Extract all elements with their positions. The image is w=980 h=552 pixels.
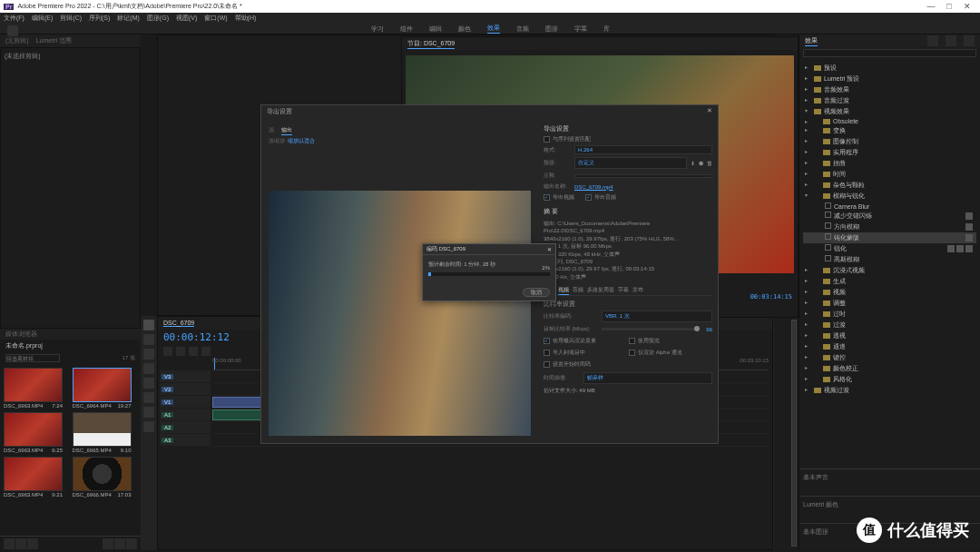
- folder-item[interactable]: 透视: [803, 330, 976, 341]
- progress-cancel-button[interactable]: 取消: [523, 288, 550, 297]
- clip-thumbnail[interactable]: [73, 412, 132, 447]
- ws-edit[interactable]: 编辑: [429, 25, 442, 34]
- menu-clip[interactable]: 剪辑(C): [60, 14, 82, 23]
- interp-select[interactable]: 帧采样: [583, 372, 712, 384]
- effects-preset-icon[interactable]: [927, 35, 938, 46]
- folder-item[interactable]: 过时: [803, 309, 976, 320]
- project-item[interactable]: DSC_6963.MP49:21: [4, 457, 63, 498]
- program-tc-right[interactable]: 00:03:14:15: [750, 293, 792, 301]
- progress-close-icon[interactable]: ✕: [547, 246, 552, 252]
- folder-item[interactable]: 音频过渡: [803, 95, 976, 106]
- effects-preset-icon3[interactable]: [964, 35, 975, 46]
- home-icon[interactable]: [7, 25, 18, 36]
- ws-learn[interactable]: 学习: [371, 25, 384, 34]
- freeform-icon[interactable]: [27, 538, 38, 549]
- cb-export-video[interactable]: [544, 194, 550, 201]
- output-name-link[interactable]: DSC_6709.mp4: [574, 184, 613, 190]
- ws-audio[interactable]: 音频: [516, 25, 529, 34]
- cb-start-tc[interactable]: [544, 361, 550, 368]
- menu-marker[interactable]: 标记(M): [117, 14, 140, 23]
- project-item[interactable]: DSC_6963.MP47:24: [4, 368, 63, 409]
- icon-view-icon[interactable]: [15, 538, 26, 549]
- cb-match-sequence[interactable]: [544, 136, 550, 143]
- project-item[interactable]: DSC_6965.MP49:10: [73, 412, 132, 453]
- menu-help[interactable]: 帮助(H): [235, 14, 257, 23]
- slip-tool[interactable]: [143, 378, 154, 389]
- folder-item[interactable]: 沉浸式视频: [803, 265, 976, 276]
- ws-graphics[interactable]: 图形: [545, 25, 558, 34]
- menu-view[interactable]: 视图(V): [176, 14, 197, 23]
- tab-source[interactable]: 源: [269, 126, 274, 135]
- clip-thumbnail[interactable]: [4, 412, 63, 447]
- clip-thumbnail[interactable]: [4, 457, 63, 491]
- tab-output[interactable]: 输出: [281, 126, 292, 135]
- timeline-timecode[interactable]: 00:00:12:12: [163, 331, 230, 343]
- folder-item[interactable]: 图像控制: [803, 136, 976, 147]
- essential-sound-panel[interactable]: 基本声音: [799, 468, 980, 496]
- timeline-tab[interactable]: DSC_6709: [163, 320, 194, 327]
- folder-item[interactable]: 风格化: [803, 374, 976, 385]
- close-button[interactable]: ✕: [958, 2, 976, 11]
- menu-sequence[interactable]: 序列(S): [89, 14, 110, 23]
- effects-preset-icon2[interactable]: [946, 35, 956, 46]
- folder-item[interactable]: 通道: [803, 341, 976, 352]
- effect-item[interactable]: 减少交错闪烁: [803, 211, 976, 222]
- save-preset-icon[interactable]: ⬇: [691, 160, 695, 166]
- import-preset-icon[interactable]: ⬢: [699, 160, 703, 166]
- effect-item[interactable]: Camera Blur: [803, 202, 976, 211]
- folder-item[interactable]: 时间: [803, 169, 976, 180]
- folder-item[interactable]: 实用程序: [803, 147, 976, 158]
- folder-item[interactable]: 音频效果: [803, 84, 976, 95]
- pen-tool[interactable]: [143, 392, 154, 403]
- menu-file[interactable]: 文件(F): [4, 14, 24, 23]
- folder-item[interactable]: 视频过渡: [803, 385, 976, 396]
- effect-item[interactable]: 高斯模糊: [803, 254, 976, 265]
- effects-tab[interactable]: 效果: [805, 36, 818, 46]
- cb-alpha-only[interactable]: [629, 350, 635, 356]
- effects-tree[interactable]: 预设Lumetri 预设音频效果音频过渡视频效果Obsolete变换图像控制实用…: [799, 59, 980, 465]
- project-filter-input[interactable]: [5, 354, 60, 362]
- selection-tool[interactable]: [143, 320, 154, 330]
- folder-item[interactable]: 变换: [803, 125, 976, 136]
- folder-item[interactable]: Lumetri 预设: [803, 74, 976, 84]
- ws-color[interactable]: 颜色: [458, 25, 471, 34]
- ripple-edit-tool[interactable]: [143, 349, 154, 360]
- list-view-icon[interactable]: [4, 538, 15, 549]
- menu-edit[interactable]: 编辑(E): [32, 14, 53, 23]
- hand-tool[interactable]: [143, 407, 154, 418]
- new-item-icon[interactable]: [114, 538, 125, 549]
- folder-item[interactable]: 调整: [803, 298, 976, 309]
- folder-item[interactable]: 过渡: [803, 320, 976, 330]
- tab-media-browser[interactable]: 媒体浏览器: [5, 330, 37, 339]
- format-select[interactable]: H.264: [574, 145, 712, 154]
- folder-item[interactable]: 生成: [803, 276, 976, 287]
- type-tool[interactable]: [143, 421, 154, 432]
- project-crumb[interactable]: 未命名.prproj: [5, 341, 43, 350]
- dialog-close-icon[interactable]: ✕: [707, 107, 712, 117]
- effects-search[interactable]: [803, 49, 976, 57]
- ws-assembly[interactable]: 组件: [400, 25, 413, 34]
- new-bin-icon[interactable]: [103, 538, 113, 549]
- folder-item[interactable]: 杂色与颗粒: [803, 180, 976, 191]
- tab-captions[interactable]: 字幕: [618, 286, 629, 295]
- tab-no-clip[interactable]: (无剪辑): [5, 36, 29, 45]
- folder-item[interactable]: 键控: [803, 352, 976, 363]
- minimize-button[interactable]: —: [922, 2, 940, 11]
- bitrate-encoding-select[interactable]: VBR, 1 次: [602, 310, 712, 322]
- folder-item[interactable]: Obsolete: [803, 117, 976, 125]
- trash-icon[interactable]: [126, 538, 137, 549]
- clip-thumbnail[interactable]: [4, 368, 63, 402]
- cb-import-project[interactable]: [544, 350, 550, 356]
- folder-item[interactable]: 视频效果: [803, 106, 976, 117]
- project-item[interactable]: DSC_6963.MP46:25: [4, 412, 63, 453]
- effect-item[interactable]: 锐化: [803, 243, 976, 254]
- program-tab[interactable]: 节目: DSC_6709: [407, 39, 455, 49]
- cb-max-render[interactable]: [544, 338, 550, 344]
- tab-video[interactable]: 视频: [558, 286, 569, 295]
- clip-thumbnail[interactable]: [73, 457, 132, 491]
- folder-item[interactable]: 扭曲: [803, 158, 976, 169]
- cb-export-audio[interactable]: [585, 194, 592, 201]
- bitrate-slider[interactable]: [602, 328, 700, 330]
- project-item[interactable]: DSC_6964.MP419:27: [73, 368, 132, 409]
- comment-input[interactable]: [574, 174, 712, 178]
